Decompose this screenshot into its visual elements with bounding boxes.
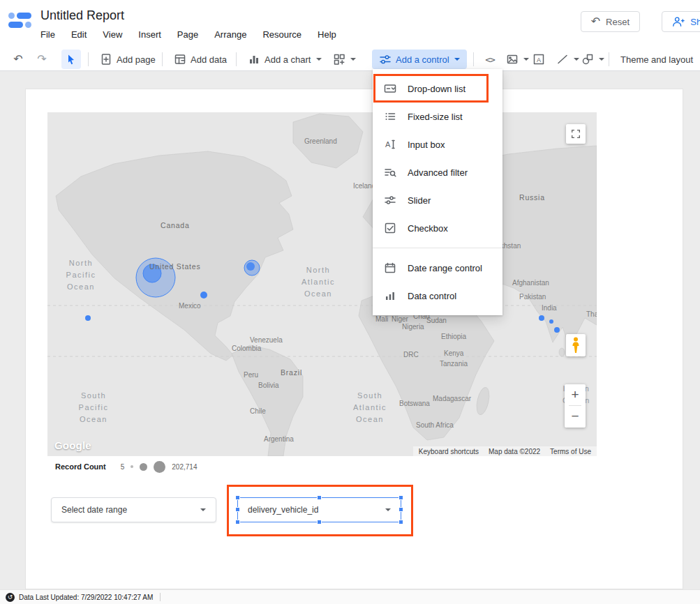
add-chart-button[interactable]: Add a chart	[244, 50, 325, 69]
legend-metric-label: Record Count	[55, 462, 106, 471]
menu-view[interactable]: View	[103, 29, 122, 40]
add-data-icon	[174, 53, 186, 66]
reset-button[interactable]: ↶ Reset	[581, 11, 640, 32]
image-icon	[506, 53, 519, 66]
selection-handle[interactable]	[399, 520, 403, 524]
menu-item-drop-down-list[interactable]: Drop-down list	[373, 75, 502, 103]
map-label: Greenland	[304, 137, 337, 145]
menu-arrange[interactable]: Arrange	[214, 29, 246, 40]
map-label: Bolivia	[258, 382, 278, 389]
date-range-control[interactable]: Select date range	[51, 497, 216, 522]
undo-button[interactable]: ↶	[8, 50, 28, 69]
date-range-label: Select date range	[61, 505, 127, 515]
selection-handle[interactable]	[235, 520, 240, 524]
embed-code-button[interactable]: <>	[480, 50, 500, 69]
chevron-down-icon	[599, 58, 604, 61]
menu-item-label: Slider	[408, 195, 431, 206]
selection-handle[interactable]	[399, 495, 403, 500]
theme-and-layout-button[interactable]: Theme and layout	[617, 50, 697, 69]
toolbar-separator	[609, 52, 609, 66]
add-chart-icon	[248, 53, 260, 66]
menu-page[interactable]: Page	[177, 29, 198, 40]
menu-item-label: Input box	[408, 139, 445, 150]
menu-resource[interactable]: Resource	[262, 29, 301, 40]
selection-handle[interactable]	[317, 520, 322, 524]
community-visualizations-icon	[333, 53, 345, 66]
map-label: United States	[149, 262, 200, 271]
filter-control-delivery-vehicle-id[interactable]: delivery_vehicle_id	[237, 497, 401, 522]
menu-insert[interactable]: Insert	[138, 29, 161, 40]
status-bar: ↺ Data Last Updated: 7/29/2022 10:47:27 …	[0, 589, 700, 604]
data-studio-logo-icon[interactable]	[8, 13, 33, 33]
map-ocean-label: North Atlantic Ocean	[290, 264, 346, 300]
map-label: Sudan	[426, 317, 447, 324]
map-fullscreen-button[interactable]	[566, 124, 586, 144]
selection-handle[interactable]	[317, 495, 322, 500]
map-bubble[interactable]	[200, 292, 207, 299]
shape-icon	[581, 53, 594, 66]
add-page-button[interactable]: Add page	[96, 50, 159, 69]
add-page-label: Add page	[117, 54, 156, 65]
legend-min-value: 5	[121, 463, 125, 471]
pegman-icon	[571, 337, 581, 354]
map-bubble[interactable]	[539, 315, 544, 321]
map-label: Afghanistan	[512, 279, 549, 287]
menu-item-fixed-size-list[interactable]: Fixed-size list	[373, 103, 502, 130]
map-bubble[interactable]	[246, 262, 255, 271]
zoom-out-button[interactable]: −	[565, 406, 586, 427]
menu-item-data-control[interactable]: Data control	[373, 282, 502, 310]
menu-edit[interactable]: Edit	[71, 29, 87, 40]
map-label: Niger	[392, 315, 408, 323]
legend-bubble-small	[131, 465, 133, 468]
select-mode-button[interactable]	[61, 50, 81, 69]
redo-icon: ↷	[37, 54, 46, 65]
report-title[interactable]: Untitled Report	[40, 8, 124, 23]
insert-image-button[interactable]	[502, 50, 533, 69]
toolbar: ↶ ↷ Add page Add data Add a chart Add a …	[0, 47, 700, 71]
add-control-button[interactable]: Add a control	[372, 50, 467, 69]
insert-shape-button[interactable]	[578, 50, 608, 69]
map-label: DRC	[403, 351, 419, 358]
map-bubble[interactable]	[549, 319, 553, 324]
keyboard-shortcuts-link[interactable]: Keyboard shortcuts	[419, 448, 479, 455]
map-bubble[interactable]	[554, 327, 560, 333]
zoom-in-button[interactable]: +	[565, 384, 586, 405]
svg-text:A: A	[537, 56, 541, 63]
map-label: Ethiopia	[441, 333, 466, 340]
menu-item-advanced-filter[interactable]: Advanced filter	[373, 158, 502, 186]
toolbar-separator	[236, 52, 237, 66]
person-add-icon	[672, 15, 685, 28]
menu-item-slider[interactable]: Slider	[373, 186, 502, 214]
menu-item-checkbox[interactable]: Checkbox	[373, 214, 502, 242]
map-label: Mali	[375, 315, 388, 323]
community-visualizations-button[interactable]	[329, 50, 359, 69]
selection-handle[interactable]	[235, 495, 240, 500]
share-button[interactable]: Share	[662, 11, 700, 32]
svg-text:A: A	[385, 140, 391, 149]
menu-item-input-box[interactable]: A Input box	[373, 130, 502, 158]
drop-down-list-icon	[383, 82, 397, 96]
map-bubble[interactable]	[85, 315, 91, 321]
google-maps-logo[interactable]: Google	[54, 439, 91, 451]
menu-file[interactable]: File	[40, 29, 55, 40]
menu-item-date-range-control[interactable]: Date range control	[373, 254, 502, 282]
add-control-dropdown-menu: Drop-down list Fixed-size list A Input b…	[373, 69, 502, 315]
menu-item-label: Date range control	[408, 263, 482, 273]
menu-item-label: Fixed-size list	[408, 112, 463, 122]
report-canvas[interactable]: North Pacific Ocean North Atlantic Ocean…	[25, 89, 683, 589]
selection-handle[interactable]	[399, 507, 403, 512]
insert-text-button[interactable]: A	[529, 50, 549, 69]
menu-help[interactable]: Help	[318, 29, 336, 40]
menu-bar: File Edit View Insert Page Arrange Resou…	[40, 29, 336, 40]
add-page-icon	[100, 53, 112, 66]
fixed-size-list-icon	[383, 110, 397, 123]
share-label: Share	[690, 17, 700, 27]
street-view-pegman-button[interactable]	[566, 334, 586, 356]
geo-bubble-map-chart[interactable]: North Pacific Ocean North Atlantic Ocean…	[47, 112, 597, 456]
add-data-button[interactable]: Add data	[170, 50, 230, 69]
map-label: Argentina	[264, 435, 294, 443]
chevron-down-icon	[200, 508, 206, 511]
selection-handle[interactable]	[235, 507, 240, 512]
redo-button[interactable]: ↷	[32, 50, 52, 69]
terms-of-use-link[interactable]: Terms of Use	[550, 448, 591, 455]
